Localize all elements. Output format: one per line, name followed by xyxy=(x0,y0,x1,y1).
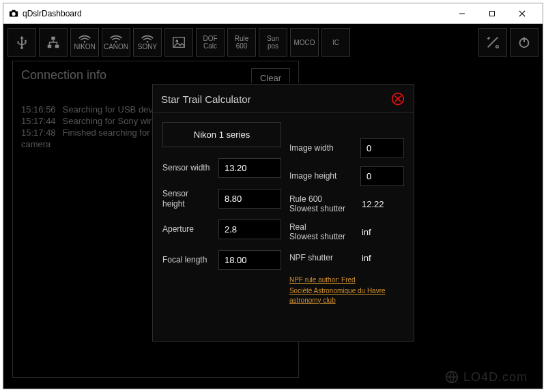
toolbar-ic[interactable]: IC xyxy=(321,28,350,57)
toolbar-sun-pos[interactable]: Sun pos xyxy=(259,28,287,57)
dialog-close-button[interactable] xyxy=(390,91,405,106)
log-time: 15:17:48 xyxy=(21,127,56,138)
aperture-input[interactable]: 2.8 xyxy=(218,220,281,239)
svg-point-2 xyxy=(12,12,15,15)
svg-rect-4 xyxy=(490,11,495,16)
content-area: Connection info Clear 15:16:56 Searching… xyxy=(3,61,543,389)
npf-credit-author[interactable]: NPF rule author: Fred xyxy=(289,275,404,285)
watermark-text: LO4D.com xyxy=(463,370,528,385)
toolbar: NIKON CANON SONY DOF Calc Rule 600 Sun p… xyxy=(3,24,543,61)
window-minimize[interactable] xyxy=(447,3,477,24)
focal-length-label: Focal length xyxy=(162,255,213,265)
window-title: qDslrDashboard xyxy=(23,9,82,18)
toolbar-image[interactable] xyxy=(164,28,193,57)
maximize-icon xyxy=(489,10,495,17)
usb-icon xyxy=(14,35,29,50)
toolbar-moco[interactable]: MOCO xyxy=(290,28,319,57)
wifi-icon xyxy=(78,35,91,43)
log-time: 15:16:56 xyxy=(21,104,56,115)
toolbar-canon-label: CANON xyxy=(104,43,128,50)
npf-shutter-value: inf xyxy=(360,250,404,266)
image-width-label: Image width xyxy=(289,143,355,153)
image-height-input[interactable]: 0 xyxy=(360,166,404,186)
toolbar-canon[interactable]: CANON xyxy=(102,28,130,57)
svg-rect-8 xyxy=(48,45,52,48)
rule600-shutter-label: Rule 600 Slowest shutter xyxy=(289,194,355,214)
svg-rect-9 xyxy=(55,45,59,48)
window-close[interactable] xyxy=(507,3,537,24)
dialog-title: Star Trail Calculator xyxy=(161,93,251,105)
watermark: LO4D.com xyxy=(444,370,528,385)
image-height-label: Image height xyxy=(289,171,355,181)
toolbar-nikon[interactable]: NIKON xyxy=(70,28,99,57)
toolbar-sony-label: SONY xyxy=(138,43,157,50)
toolbar-ic-label: IC xyxy=(332,39,339,46)
globe-icon xyxy=(444,370,459,385)
toolbar-dof-calc[interactable]: DOF Calc xyxy=(196,28,225,57)
svg-rect-1 xyxy=(12,10,15,12)
npf-shutter-label: NPF shutter xyxy=(289,253,355,262)
toolbar-usb[interactable] xyxy=(8,28,36,57)
sensor-width-label: Sensor width xyxy=(162,163,213,172)
svg-rect-7 xyxy=(51,37,55,40)
sensor-width-input[interactable]: 13.20 xyxy=(218,158,281,178)
wifi-icon xyxy=(141,35,154,43)
close-icon xyxy=(519,10,526,17)
toolbar-sunpos-label: Sun pos xyxy=(267,35,279,50)
titlebar: qDslrDashboard xyxy=(3,3,543,24)
power-icon xyxy=(517,35,532,50)
minimize-icon xyxy=(459,10,465,17)
svg-point-15 xyxy=(496,46,499,48)
svg-point-14 xyxy=(175,40,178,42)
toolbar-rule600-label: Rule 600 xyxy=(235,35,249,50)
toolbar-power[interactable] xyxy=(510,28,538,57)
toolbar-network[interactable] xyxy=(39,28,68,57)
close-red-icon xyxy=(391,92,405,106)
real-shutter-label: Real Slowest shutter xyxy=(289,222,355,242)
toolbar-sony[interactable]: SONY xyxy=(133,28,162,57)
image-width-input[interactable]: 0 xyxy=(360,138,404,158)
dialog-titlebar: Star Trail Calculator xyxy=(153,85,414,112)
toolbar-rule-600[interactable]: Rule 600 xyxy=(227,28,256,57)
toolbar-dof-label: DOF Calc xyxy=(203,35,217,50)
focal-length-input[interactable]: 18.00 xyxy=(218,250,281,270)
image-icon xyxy=(171,35,186,50)
log-time: 15:17:44 xyxy=(21,116,56,126)
wifi-icon xyxy=(109,35,123,43)
network-icon xyxy=(46,35,61,50)
star-trail-calculator-dialog: Star Trail Calculator Nikon 1 series Sen… xyxy=(152,84,414,342)
log-message-tail: camera xyxy=(21,139,51,149)
sensor-height-label: Sensor height xyxy=(162,189,213,209)
app-icon xyxy=(9,9,18,18)
window-maximize[interactable] xyxy=(477,3,507,24)
app-window: qDslrDashboard NIKON CANON SONY xyxy=(3,3,543,389)
real-shutter-value: inf xyxy=(360,224,404,240)
tools-icon xyxy=(485,35,500,50)
camera-series-selector[interactable]: Nikon 1 series xyxy=(162,122,281,147)
npf-credit-club[interactable]: Société Astronomique du Havre astronomy … xyxy=(289,286,404,305)
rule600-shutter-value: 12.22 xyxy=(360,196,404,212)
toolbar-moco-label: MOCO xyxy=(293,39,315,46)
connection-info-title: Connection info xyxy=(21,68,106,82)
aperture-label: Aperture xyxy=(162,224,213,234)
sensor-height-input[interactable]: 8.80 xyxy=(218,189,281,209)
toolbar-settings[interactable] xyxy=(478,28,507,57)
toolbar-nikon-label: NIKON xyxy=(74,43,96,50)
